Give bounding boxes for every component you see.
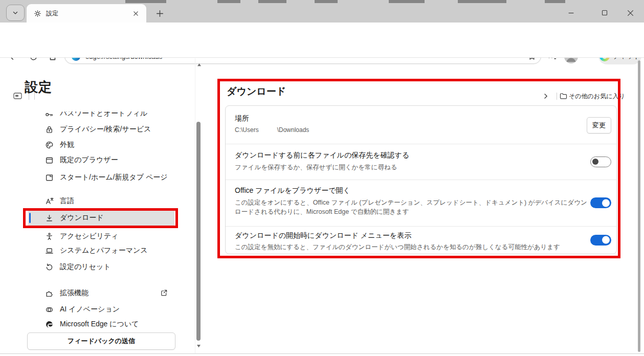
sidebar-item-label: ダウンロード — [60, 213, 104, 222]
external-link-icon — [160, 289, 168, 297]
sidebar-item-label: アクセシビリティ — [60, 232, 119, 241]
screen-edge-artifact — [458, 0, 506, 3]
sidebar-item-label: AI イノベーション — [60, 305, 120, 314]
setting-subtitle: ファイルを保存するか、保存せずに開くかを常に尋ねる — [235, 163, 397, 172]
window-bottom-edge — [0, 353, 644, 354]
sidebar-item-label: パスワードとオートフィル — [60, 109, 147, 118]
favorite-site-icon[interactable] — [13, 93, 22, 100]
sidebar-item-label: 言語 — [60, 196, 74, 206]
sidebar-item-label: Microsoft Edge について — [60, 320, 139, 329]
screen-edge-artifact — [217, 0, 240, 3]
setting-subtitle: この設定をオンにすると、Office ファイル (プレゼンテーション、スプレッド… — [235, 198, 588, 216]
sidebar-item-ai-innovation[interactable]: AI イノベーション — [28, 302, 174, 317]
show-download-menu-row: ダウンロードの開始時にダウンロード メニューを表示 この設定を無効にすると、ファ… — [226, 226, 616, 254]
scroll-up-arrow-icon[interactable] — [196, 62, 202, 66]
location-path: C:\Users\Downloads — [235, 126, 309, 134]
setting-subtitle: この設定を無効にすると、ファイルのダウンロードがいつ開始されるかを知るのが難しく… — [235, 242, 560, 252]
location-title: 場所 — [235, 114, 249, 123]
ask-save-location-toggle[interactable] — [590, 157, 611, 167]
window-close-button[interactable] — [622, 6, 638, 19]
sidebar-item-default-browser[interactable]: 既定のブラウザー — [28, 152, 174, 168]
screen-edge-artifact — [545, 0, 565, 3]
sidebar-item-privacy[interactable]: プライバシー/検索/サービス — [28, 122, 174, 137]
divider — [557, 93, 557, 100]
screen-edge-artifact — [258, 0, 286, 3]
reset-icon — [45, 263, 54, 272]
favorites-bar: その他のお気に入り — [0, 45, 644, 58]
sidebar-item-label: 既定のブラウザー — [60, 155, 118, 165]
change-location-button[interactable]: 変更 — [587, 117, 611, 134]
open-office-files-row: Office ファイルをブラウザーで開く この設定をオンにすると、Office … — [226, 180, 616, 226]
tab-close-button[interactable] — [130, 8, 141, 19]
setting-title: ダウンロードの開始時にダウンロード メニューを表示 — [235, 231, 411, 240]
sidebar-item-label: 外観 — [60, 140, 74, 149]
tab-search-dropdown-button[interactable] — [6, 5, 25, 21]
puzzle-icon — [45, 289, 54, 298]
setting-title: Office ファイルをブラウザーで開く — [235, 186, 350, 195]
edge-logo-icon — [45, 320, 54, 329]
browser-toolbar: edge://settings/downloads チャット — [0, 23, 644, 45]
sidebar-item-about-edge[interactable]: Microsoft Edge について — [28, 317, 174, 332]
location-path-prefix: C:\Users — [235, 126, 259, 134]
lock-icon — [45, 125, 54, 134]
palette-icon — [45, 141, 54, 149]
browser-window-icon — [45, 156, 54, 165]
accessibility-icon — [45, 232, 54, 241]
window-minimize-button[interactable] — [563, 6, 579, 19]
screen-edge-artifact — [389, 0, 425, 3]
sidebar-item-label: 拡張機能 — [60, 288, 88, 298]
page-scrollbar-thumb[interactable] — [638, 60, 640, 352]
sidebar-item-label: スタート/ホーム/新規タブ ページ — [60, 173, 168, 182]
open-office-files-toggle[interactable] — [590, 197, 611, 208]
translate-icon — [45, 197, 54, 206]
new-tab-button[interactable] — [152, 6, 167, 20]
settings-page-title: 設定 — [25, 78, 52, 96]
toggle-knob — [602, 236, 610, 244]
screen-edge-artifact — [125, 0, 166, 3]
sidebar-item-reset-settings[interactable]: 設定のリセット — [28, 259, 174, 275]
copilot-icon — [45, 305, 54, 314]
gear-icon — [34, 10, 41, 17]
sidebar-item-label: システムとパフォーマンス — [60, 246, 148, 255]
tab-page-icon — [45, 173, 54, 182]
ask-save-location-row: ダウンロードする前に各ファイルの保存先を確認する ファイルを保存するか、保存せず… — [226, 144, 616, 180]
setting-title: ダウンロードする前に各ファイルの保存先を確認する — [235, 151, 409, 160]
download-location-row: 場所 C:\Users\Downloads 変更 — [226, 106, 616, 144]
key-icon — [45, 109, 54, 118]
sidebar-item-system-performance[interactable]: システムとパフォーマンス — [28, 243, 174, 258]
toggle-knob — [602, 199, 610, 207]
sidebar-item-label: 設定のリセット — [60, 262, 111, 272]
sidebar-item-extensions[interactable]: 拡張機能 — [28, 285, 174, 301]
downloads-settings-card: 場所 C:\Users\Downloads 変更 ダウンロードする前に各ファイル… — [225, 105, 617, 254]
window-maximize-button[interactable] — [596, 6, 613, 19]
active-tab[interactable]: 設定 — [27, 4, 146, 23]
location-path-suffix: \Downloads — [277, 126, 309, 134]
section-title-downloads: ダウンロード — [227, 85, 286, 98]
screen-edge-artifact — [315, 0, 338, 3]
laptop-icon — [45, 247, 54, 255]
tab-title: 設定 — [46, 9, 130, 18]
sidebar-item-appearance[interactable]: 外観 — [28, 137, 174, 152]
show-download-menu-toggle[interactable] — [590, 235, 611, 246]
tab-strip: 設定 — [0, 0, 644, 23]
sidebar-item-accessibility[interactable]: アクセシビリティ — [28, 229, 174, 244]
sidebar-item-label: プライバシー/検索/サービス — [60, 125, 151, 134]
sidebar-item-downloads[interactable]: ダウンロード — [28, 209, 174, 227]
toggle-knob — [592, 159, 598, 165]
sidebar-scrollbar-thumb[interactable] — [196, 122, 201, 341]
sidebar-item-passwords[interactable]: パスワードとオートフィル — [28, 106, 174, 121]
other-favorites-label[interactable]: その他のお気に入り — [569, 92, 625, 101]
chevron-down-icon — [12, 9, 19, 16]
sidebar-item-start-home-newtab[interactable]: スタート/ホーム/新規タブ ページ — [28, 170, 174, 185]
download-icon — [45, 214, 54, 222]
other-favorites-folder-icon[interactable] — [560, 93, 567, 99]
favorites-overflow-chevron-icon[interactable] — [542, 93, 549, 100]
send-feedback-button[interactable]: フィードバックの送信 — [27, 332, 175, 350]
scroll-down-arrow-icon[interactable] — [196, 344, 201, 348]
sidebar-item-languages[interactable]: 言語 — [28, 193, 174, 209]
